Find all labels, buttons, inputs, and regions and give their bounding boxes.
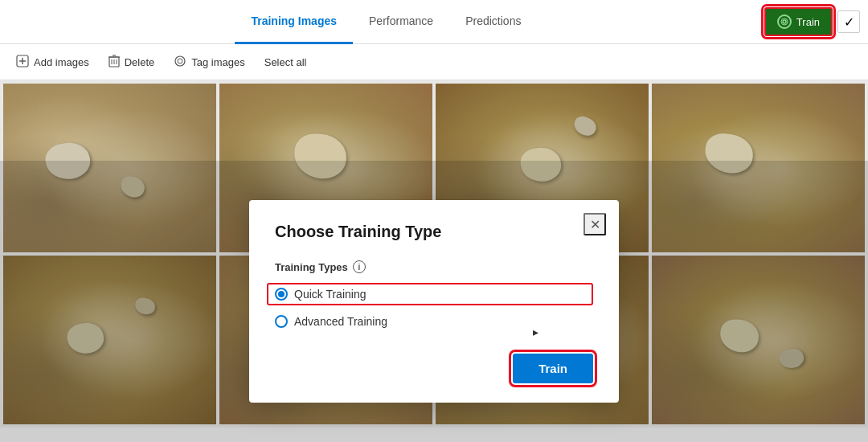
add-icon: [16, 55, 29, 70]
tag-icon: [174, 55, 186, 70]
svg-point-1: [781, 18, 788, 25]
advanced-training-label: Advanced Training: [294, 315, 387, 328]
tag-images-button[interactable]: Tag images: [174, 55, 244, 70]
svg-point-12: [178, 59, 182, 63]
checkmark-button[interactable]: ✓: [837, 10, 860, 33]
tab-performance[interactable]: Performance: [353, 0, 449, 44]
tab-training-images[interactable]: Training Images: [235, 0, 353, 44]
modal-footer: Train: [275, 354, 593, 383]
add-images-label: Add images: [34, 56, 89, 68]
quick-training-option[interactable]: Quick Training: [267, 283, 593, 305]
checkmark-icon: ✓: [844, 14, 854, 30]
svg-point-0: [783, 20, 786, 23]
select-all-label: Select all: [264, 56, 307, 68]
advanced-training-option[interactable]: Advanced Training: [275, 315, 593, 328]
training-types-label: Training Types i: [275, 260, 593, 273]
nav-tabs: Training Images Performance Predictions: [235, 0, 537, 44]
toolbar: Add images Delete Tag images Select all: [0, 44, 868, 80]
advanced-training-radio[interactable]: [275, 315, 288, 328]
modal-close-button[interactable]: ✕: [583, 213, 606, 235]
cog-icon: [777, 14, 792, 29]
delete-icon: [108, 55, 120, 70]
delete-button[interactable]: Delete: [108, 55, 155, 70]
modal-train-button[interactable]: Train: [513, 354, 593, 383]
tag-images-label: Tag images: [191, 56, 244, 68]
quick-training-label: Quick Training: [294, 288, 366, 301]
modal-overlay: Choose Training Type ✕ Training Types i …: [0, 161, 868, 442]
modal-title: Choose Training Type: [275, 223, 593, 241]
train-header-button[interactable]: Train: [764, 7, 833, 36]
delete-label: Delete: [125, 56, 155, 68]
main-content: Choose Training Type ✕ Training Types i …: [0, 80, 868, 442]
add-images-button[interactable]: Add images: [16, 55, 89, 70]
header: Training Images Performance Predictions …: [0, 0, 868, 44]
quick-training-radio[interactable]: [275, 288, 288, 301]
train-header-label: Train: [796, 16, 820, 28]
tab-predictions[interactable]: Predictions: [449, 0, 537, 44]
select-all-button[interactable]: Select all: [264, 56, 307, 68]
svg-point-11: [175, 56, 185, 66]
info-icon[interactable]: i: [353, 260, 366, 273]
choose-training-type-modal: Choose Training Type ✕ Training Types i …: [249, 200, 619, 403]
training-type-radio-group: Quick Training Advanced Training: [275, 283, 593, 328]
